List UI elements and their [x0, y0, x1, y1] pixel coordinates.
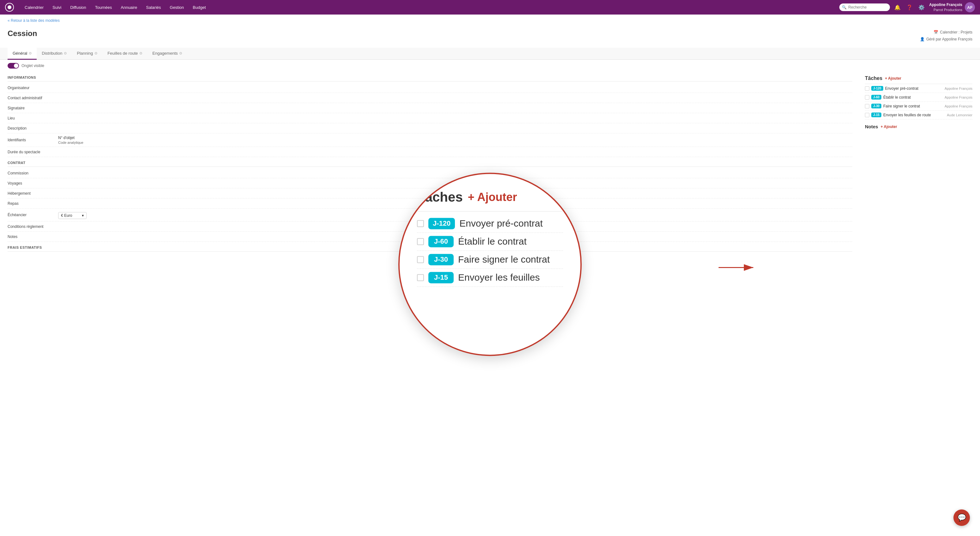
task-badge-3: J-15: [871, 113, 881, 117]
toggle-onglet[interactable]: [8, 63, 19, 68]
tab-engagements-icon: ⊙: [179, 51, 182, 55]
mag-add-button[interactable]: + Ajouter: [468, 191, 517, 204]
mag-task-row-0: J-120 Envoyer pré-contrat: [417, 215, 563, 232]
tasks-title: Tâches: [865, 76, 882, 81]
label-signataire: Signataire: [8, 106, 58, 110]
back-link[interactable]: « Retour à la liste des modèles: [0, 14, 980, 27]
calendar-icon: 📅: [934, 29, 938, 36]
mag-badge-2: J-30: [428, 254, 453, 265]
task-checkbox-0[interactable]: [865, 86, 869, 91]
task-row-3: J-15 Envoyer les feuilles de route Aude …: [865, 111, 972, 119]
nav-diffusion[interactable]: Diffusion: [66, 0, 91, 14]
page-meta: 📅 Calendrier : Projets 👤 Géré par Appoli…: [920, 29, 972, 43]
mag-badge-1: J-60: [428, 236, 453, 247]
nav-suivi[interactable]: Suivi: [48, 0, 66, 14]
help-icon[interactable]: ❓: [905, 3, 914, 12]
toggle-row: Onglet visible: [0, 60, 980, 72]
task-person-3: Aude Lemonnier: [947, 113, 972, 117]
notes-title: Notes: [865, 124, 878, 129]
nav-annuaire[interactable]: Annuaire: [116, 0, 142, 14]
notes-add-button[interactable]: + Ajouter: [881, 124, 897, 129]
label-commission: Commission: [8, 171, 58, 175]
tab-general-icon: ⊙: [29, 51, 32, 55]
mag-task-row-2: J-30 Faire signer le contrat: [417, 251, 563, 269]
toggle-label: Onglet visible: [22, 64, 44, 68]
tab-feuilles-label: Feuilles de route: [108, 51, 138, 56]
tab-engagements[interactable]: Engagements ⊙: [147, 48, 187, 60]
tab-engagements-label: Engagements: [153, 51, 178, 56]
form-row-identifiants: Identifiants N° d'objet Code analytique: [8, 134, 852, 147]
form-row-duree: Durée du spectacle: [8, 147, 852, 157]
bell-icon[interactable]: 🔔: [893, 3, 902, 12]
task-name-0: Envoyer pré-contrat: [885, 86, 943, 91]
mag-checkbox-0[interactable]: [417, 220, 424, 227]
page-header: Cession 📅 Calendrier : Projets 👤 Géré pa…: [0, 27, 980, 48]
nav-calendrier[interactable]: Calendrier: [20, 0, 48, 14]
user-org: Parrot Productions: [929, 8, 962, 12]
tab-feuilles-icon: ⊙: [139, 51, 142, 55]
task-row-0: J-120 Envoyer pré-contrat Appoline Franç…: [865, 84, 972, 93]
chat-icon: 💬: [958, 514, 966, 522]
task-name-1: Établir le contrat: [883, 95, 943, 100]
mag-task-row-3: J-15 Envoyer les feuilles: [417, 269, 563, 287]
avatar[interactable]: AF: [965, 2, 975, 12]
task-badge-2: J-30: [871, 103, 881, 108]
label-organisateur: Organisateur: [8, 86, 58, 90]
mag-checkbox-2[interactable]: [417, 256, 424, 263]
nav-budget[interactable]: Budget: [188, 0, 210, 14]
user-name: Appoline François: [929, 3, 962, 8]
label-conditions: Conditions règlement: [8, 224, 58, 229]
tab-distribution-icon: ⊙: [64, 51, 67, 55]
task-row-2: J-30 Faire signer le contrat Appoline Fr…: [865, 102, 972, 111]
nav-gestion[interactable]: Gestion: [165, 0, 188, 14]
mag-task-row-1: J-60 Établir le contrat: [417, 232, 563, 251]
user-text: Appoline François Parrot Productions: [929, 3, 962, 12]
search-wrapper: 🔍: [839, 3, 890, 11]
magnified-overlay: Tâches + Ajouter J-120 Envoyer pré-contr…: [398, 173, 582, 356]
logo-inner: [8, 5, 11, 9]
tabs-bar: Général ⊙ Distribution ⊙ Planning ⊙ Feui…: [0, 48, 980, 60]
task-name-3: Envoyer les feuilles de route: [883, 113, 945, 117]
task-checkbox-1[interactable]: [865, 95, 869, 100]
search-input[interactable]: [839, 3, 890, 11]
value-identifiants[interactable]: N° d'objet Code analytique: [58, 135, 852, 145]
mag-task-name-3: Envoyer les feuilles: [458, 272, 539, 283]
tab-general[interactable]: Général ⊙: [8, 48, 37, 60]
task-checkbox-3[interactable]: [865, 113, 869, 117]
dropdown-chevron: ▾: [82, 213, 84, 218]
meta-calendar: 📅 Calendrier : Projets: [920, 29, 972, 36]
task-person-2: Appoline François: [945, 104, 972, 108]
tab-feuilles-route[interactable]: Feuilles de route ⊙: [102, 48, 147, 60]
task-name-2: Faire signer le contrat: [883, 104, 943, 108]
tab-planning[interactable]: Planning ⊙: [72, 48, 102, 60]
nav-tournees[interactable]: Tournées: [91, 0, 116, 14]
chat-button[interactable]: 💬: [953, 509, 970, 526]
form-row-lieu: Lieu: [8, 113, 852, 123]
tasks-add-button[interactable]: + Ajouter: [885, 76, 901, 81]
meta-manager-text: Géré par Appoline François: [926, 36, 972, 43]
settings-icon[interactable]: ⚙️: [917, 3, 926, 12]
label-contact: Contact administratif: [8, 96, 58, 100]
identifiants-line2: Code analytique: [58, 141, 852, 145]
mag-checkbox-3[interactable]: [417, 274, 424, 281]
mag-checkbox-1[interactable]: [417, 238, 424, 245]
label-notes-contrat: Notes: [8, 234, 58, 239]
label-lieu: Lieu: [8, 116, 58, 121]
tab-distribution[interactable]: Distribution ⊙: [37, 48, 72, 60]
nav-salaries[interactable]: Salariés: [142, 0, 165, 14]
user-info: Appoline François Parrot Productions AF: [929, 2, 975, 12]
notes-header: Notes + Ajouter: [865, 119, 972, 132]
top-navigation: Calendrier Suivi Diffusion Tournées Annu…: [0, 0, 980, 14]
label-repas: Repas: [8, 201, 58, 206]
label-voyages: Voyages: [8, 181, 58, 186]
task-badge-1: J-60: [871, 95, 881, 100]
label-identifiants: Identifiants: [8, 138, 58, 142]
task-checkbox-2[interactable]: [865, 104, 869, 108]
logo[interactable]: [5, 3, 14, 12]
euro-label: € Euro: [61, 213, 72, 218]
section-informations-header: Informations: [8, 72, 852, 81]
euro-dropdown[interactable]: € Euro ▾: [58, 212, 87, 219]
tab-distribution-label: Distribution: [42, 51, 62, 56]
label-hebergement: Hébergement: [8, 191, 58, 196]
form-row-signataire: Signataire: [8, 103, 852, 113]
